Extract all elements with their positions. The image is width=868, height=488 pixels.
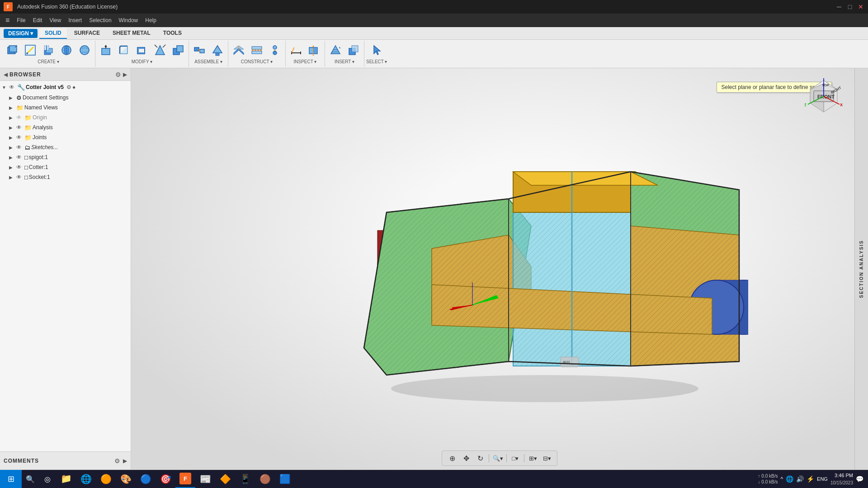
analysis-eye[interactable]: 👁 xyxy=(16,124,24,131)
svg-rect-29 xyxy=(194,47,199,51)
tab-solid[interactable]: SOLID xyxy=(39,28,67,39)
create-more-btn[interactable] xyxy=(76,42,93,59)
root-settings[interactable]: ⚙ xyxy=(66,84,71,90)
insert-mesh-btn[interactable] xyxy=(327,42,344,59)
origin-eye[interactable]: 👁 xyxy=(16,114,24,121)
grid-btn[interactable]: ⊞▾ xyxy=(527,452,539,464)
taskbar-app-explorer[interactable]: 📁 xyxy=(56,470,76,488)
hamburger-menu[interactable]: ≡ xyxy=(2,15,13,26)
start-button[interactable]: ⊞ xyxy=(0,470,22,488)
display-mode-btn[interactable]: □▾ xyxy=(509,452,522,464)
svg-rect-49 xyxy=(313,47,317,54)
taskbar-app-2[interactable]: 🎨 xyxy=(116,470,136,488)
spigot-eye[interactable]: 👁 xyxy=(16,154,24,160)
socket-eye[interactable]: 👁 xyxy=(16,174,24,180)
tree-item-origin[interactable]: ▶ 👁 📁 Origin xyxy=(0,113,131,122)
assemble-group: ASSEMBLE ▾ xyxy=(189,41,228,67)
network-icon[interactable]: 🌐 xyxy=(786,475,793,483)
tab-tools[interactable]: TOOLS xyxy=(158,28,187,39)
pan-btn[interactable]: ✥ xyxy=(460,452,472,464)
tree-root[interactable]: ▼ 👁 🔧 Cotter Joint v5 ⚙ ● xyxy=(0,82,131,93)
tree-item-named-views[interactable]: ▶ 📁 Named Views xyxy=(0,103,131,113)
sketches-icon: 🗂 xyxy=(24,144,30,151)
revolve-btn[interactable] xyxy=(58,42,75,59)
taskbar-app-6[interactable]: 🔶 xyxy=(215,470,235,488)
title-bar-controls: ─ □ ✕ xyxy=(835,3,864,10)
insert-menu[interactable]: Insert xyxy=(65,16,85,25)
taskbar-app-8[interactable]: 🟤 xyxy=(255,470,275,488)
orbit-btn[interactable]: ↻ xyxy=(474,452,486,464)
maximize-button[interactable]: □ xyxy=(846,3,854,10)
new-component-btn[interactable] xyxy=(4,42,21,59)
select-btn[interactable] xyxy=(368,42,385,59)
taskbar-app-7[interactable]: 📱 xyxy=(235,470,255,488)
volume-icon[interactable]: 🔊 xyxy=(796,475,804,483)
close-button[interactable]: ✕ xyxy=(857,3,864,10)
midplane-btn[interactable] xyxy=(248,42,265,59)
scale-btn[interactable] xyxy=(151,42,169,59)
root-eye[interactable]: 👁 xyxy=(9,84,16,90)
design-button[interactable]: DESIGN ▾ xyxy=(4,29,38,38)
tree-item-sketches[interactable]: ▶ 👁 🗂 Sketches... xyxy=(0,142,131,152)
section-analysis-btn[interactable] xyxy=(306,42,323,59)
rigid-group-btn[interactable] xyxy=(209,42,226,59)
axis-btn[interactable] xyxy=(266,42,283,59)
clock[interactable]: 3:46 PM 10/15/2023 xyxy=(830,472,853,486)
taskbar-app-1[interactable]: 🟠 xyxy=(96,470,116,488)
taskbar-app-4[interactable]: 🎯 xyxy=(156,470,175,488)
tab-surface[interactable]: SURFACE xyxy=(69,28,105,39)
measure-btn[interactable] xyxy=(288,42,305,59)
browser-collapse-btn[interactable]: ◀ xyxy=(4,71,8,78)
decal-btn[interactable] xyxy=(345,42,362,59)
tree-item-analysis[interactable]: ▶ 👁 📁 Analysis xyxy=(0,122,131,132)
fit-view-btn[interactable]: ⊕ xyxy=(446,452,458,464)
cotter-eye[interactable]: 👁 xyxy=(16,164,24,170)
tree-item-doc-settings[interactable]: ▶ ⚙ Document Settings xyxy=(0,93,131,103)
selection-menu[interactable]: Selection xyxy=(85,16,115,25)
notification-btn[interactable]: 💬 xyxy=(856,475,863,483)
power-icon[interactable]: ⚡ xyxy=(807,475,814,483)
offset-plane-btn[interactable] xyxy=(230,42,247,59)
comments-settings[interactable]: ⚙ xyxy=(114,457,120,465)
root-arrow: ▼ xyxy=(2,85,8,90)
browser-settings-btn[interactable]: ⚙ xyxy=(115,71,121,78)
sketches-eye[interactable]: 👁 xyxy=(16,144,24,150)
taskbar-app-9[interactable]: 🟦 xyxy=(275,470,295,488)
minimize-button[interactable]: ─ xyxy=(835,3,843,10)
create-sketch-btn[interactable] xyxy=(22,42,39,59)
joints-eye[interactable]: 👁 xyxy=(16,134,24,141)
extrude-btn[interactable] xyxy=(40,42,57,59)
taskbar-app-fusion[interactable]: F xyxy=(175,470,195,488)
hidden-icons-btn[interactable]: ^ xyxy=(780,476,783,482)
taskbar-search-btn[interactable]: 🔍 xyxy=(22,470,39,488)
taskbar-app-3[interactable]: 🔵 xyxy=(136,470,156,488)
joint-btn[interactable] xyxy=(191,42,208,59)
browser-expand-btn[interactable]: ▶ xyxy=(123,71,127,78)
help-menu[interactable]: Help xyxy=(142,16,160,25)
taskbar-app-5[interactable]: 📰 xyxy=(195,470,215,488)
select-label: SELECT ▾ xyxy=(366,59,387,64)
taskbar-cortana-btn[interactable]: ◎ xyxy=(39,470,56,488)
fillet-btn[interactable] xyxy=(115,42,132,59)
edit-menu[interactable]: Edit xyxy=(29,16,46,25)
svg-marker-32 xyxy=(213,46,222,53)
tree-item-cotter[interactable]: ▶ 👁 □ Cotter:1 xyxy=(0,162,131,172)
tree-item-spigot[interactable]: ▶ 👁 □ spigot:1 xyxy=(0,152,131,162)
axis-gizmo[interactable]: FRONT RIGHT TOP Y X Z xyxy=(805,77,843,116)
shell-btn[interactable] xyxy=(133,42,151,59)
zoom-btn[interactable]: 🔍▾ xyxy=(491,452,504,464)
view-menu[interactable]: View xyxy=(46,16,65,25)
tree-item-socket[interactable]: ▶ 👁 □ Socket:1 xyxy=(0,172,131,182)
tab-sheet-metal[interactable]: SHEET METAL xyxy=(107,28,156,39)
press-pull-btn[interactable] xyxy=(97,42,114,59)
file-menu[interactable]: File xyxy=(13,16,29,25)
combine-btn[interactable] xyxy=(170,42,187,59)
other-display-btn[interactable]: ⊟▾ xyxy=(541,452,553,464)
language-indicator[interactable]: ENG xyxy=(817,476,828,482)
taskbar-app-chrome[interactable]: 🌐 xyxy=(76,470,96,488)
comments-expand[interactable]: ▶ xyxy=(123,458,127,464)
tree-item-joints[interactable]: ▶ 👁 📁 Joints xyxy=(0,132,131,142)
window-menu[interactable]: Window xyxy=(115,16,142,25)
viewport[interactable]: Select plane or planar face to define se… xyxy=(131,68,868,469)
root-more[interactable]: ● xyxy=(72,84,75,90)
